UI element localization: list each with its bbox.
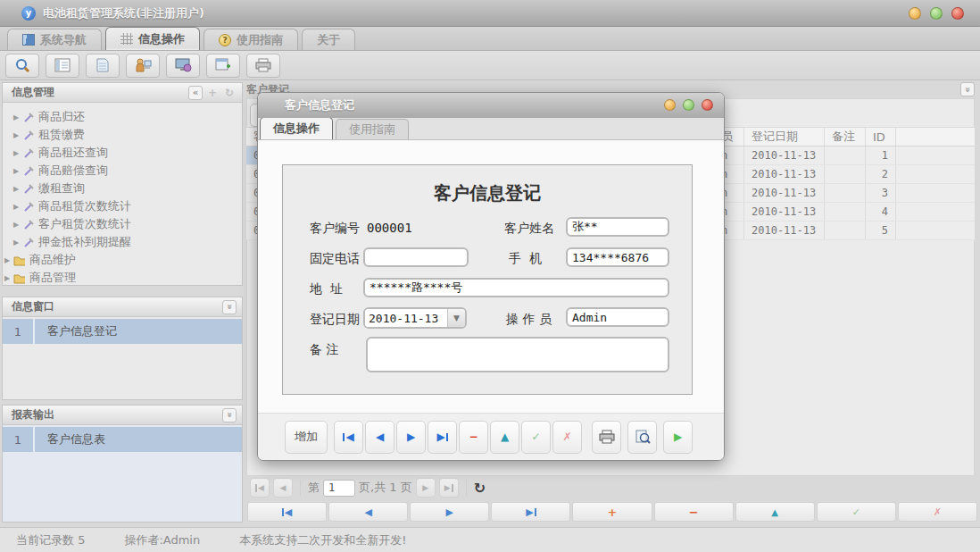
cancel-record-button[interactable]: ✗: [552, 421, 582, 454]
grid-header-memo[interactable]: 备注: [825, 128, 866, 146]
expand-arrow-icon[interactable]: ▶: [13, 203, 22, 211]
tree-item-label: 商品租还查询: [38, 145, 108, 161]
edit-record-button[interactable]: ▲: [490, 421, 519, 454]
add-button[interactable]: 增加: [285, 421, 328, 454]
window-add-button[interactable]: [206, 54, 240, 78]
prev-record-button[interactable]: ◀: [365, 421, 394, 454]
nav-first-button[interactable]: ◀: [247, 502, 327, 522]
delete-record-button[interactable]: −: [459, 421, 488, 454]
expand-arrow-icon[interactable]: ▶: [13, 149, 22, 157]
page-next-button[interactable]: ▶: [416, 478, 436, 498]
grid-header-id[interactable]: ID: [866, 128, 896, 146]
tree-item-customer-rent-stats[interactable]: ▶客户租赁次数统计: [3, 215, 242, 233]
expand-arrow-icon[interactable]: ▶: [13, 131, 22, 139]
nav-next-button[interactable]: ▶: [410, 502, 489, 522]
tab-about[interactable]: 关于: [302, 29, 355, 50]
panel-title: 信息管理: [12, 85, 54, 100]
form-heading: 客户信息登记: [283, 181, 692, 205]
monitor-globe-icon: [174, 57, 192, 73]
record-add-button[interactable]: +: [572, 502, 652, 522]
tree-item-rent-return-query[interactable]: ▶商品租还查询: [3, 144, 242, 162]
execute-button[interactable]: ▶: [663, 421, 693, 454]
document-button[interactable]: [86, 54, 120, 78]
collapse-left-icon[interactable]: «: [188, 86, 203, 100]
close-button[interactable]: [951, 7, 964, 20]
nav-prev-button[interactable]: ◀: [328, 502, 408, 522]
tab-label: 信息操作: [273, 121, 320, 137]
post-record-button[interactable]: ✓: [521, 421, 551, 454]
expand-arrow-icon[interactable]: ▶: [4, 256, 13, 264]
expand-arrow-icon[interactable]: ▶: [13, 221, 22, 229]
tree-item-rent-pay[interactable]: ▶租赁缴费: [3, 126, 242, 144]
last-record-button[interactable]: ▶: [428, 421, 457, 454]
tree-item-goods-rent-stats[interactable]: ▶商品租赁次数统计: [3, 197, 242, 215]
customer-name-input[interactable]: [566, 217, 669, 237]
customer-name-label: 客户姓名: [504, 221, 554, 237]
operator-input[interactable]: [566, 307, 669, 327]
collapse-up-icon[interactable]: »: [222, 408, 237, 422]
minimize-button[interactable]: [909, 7, 921, 20]
address-input[interactable]: [363, 278, 669, 297]
tree-folder-goods-manage[interactable]: ▶商品管理: [3, 269, 242, 287]
tab-system-nav[interactable]: 系统导航: [7, 29, 102, 50]
user-report-button[interactable]: [126, 54, 160, 78]
expand-arrow-icon[interactable]: ▶: [13, 113, 22, 121]
record-cancel-button[interactable]: ✗: [898, 502, 977, 522]
cell-date: 2010-11-13: [744, 146, 825, 164]
nav-last-button[interactable]: ▶: [491, 502, 570, 522]
refresh-icon[interactable]: ↻: [474, 480, 486, 497]
memo-textarea[interactable]: [366, 337, 669, 372]
grid-header-date[interactable]: 登记日期: [744, 128, 825, 146]
add-icon[interactable]: +: [205, 86, 220, 100]
print-preview-icon: [634, 429, 652, 445]
page-last-button[interactable]: ▶: [439, 478, 459, 498]
expand-arrow-icon[interactable]: ▶: [13, 238, 22, 247]
tree-folder-goods-maintain[interactable]: ▶商品维护: [3, 251, 242, 269]
page-prev-button[interactable]: ◀: [273, 478, 293, 498]
dialog-tab-info-operate[interactable]: 信息操作: [260, 117, 333, 139]
record-delete-button[interactable]: −: [654, 502, 734, 522]
expand-arrow-icon[interactable]: ▶: [13, 167, 22, 175]
collapse-up-icon[interactable]: »: [960, 82, 975, 96]
page-first-button[interactable]: ◀: [250, 478, 270, 498]
monitor-button[interactable]: [166, 54, 200, 78]
expand-arrow-icon[interactable]: ▶: [4, 274, 13, 282]
tab-user-guide[interactable]: ? 使用指南: [203, 29, 298, 50]
expand-arrow-icon[interactable]: ▶: [13, 185, 22, 193]
report-output-panel: 报表输出 » 1 客户信息表: [2, 405, 243, 523]
record-confirm-button[interactable]: ✓: [817, 502, 896, 522]
reg-date-input[interactable]: [365, 309, 447, 327]
tool-icon: [22, 219, 34, 230]
info-window-header: 信息窗口 »: [3, 297, 242, 317]
list-view-button[interactable]: [46, 54, 79, 78]
dialog-maximize-button[interactable]: [683, 99, 694, 111]
reg-date-combo[interactable]: ▼: [363, 307, 467, 329]
maximize-button[interactable]: [930, 7, 943, 20]
print-button[interactable]: [592, 421, 621, 454]
tab-info-operate[interactable]: 信息操作: [105, 27, 200, 50]
print-preview-button[interactable]: [627, 421, 657, 454]
list-item[interactable]: 1 客户信息登记: [3, 319, 242, 344]
tree-item-payment-query[interactable]: ▶缴租查询: [3, 180, 242, 197]
tab-label: 使用指南: [349, 121, 395, 138]
cell-id: 1: [866, 146, 896, 164]
collapse-up-icon[interactable]: »: [222, 300, 237, 314]
chevron-down-icon[interactable]: ▼: [447, 309, 465, 327]
tree-item-goods-return[interactable]: ▶商品归还: [3, 108, 242, 126]
page-number-input[interactable]: [323, 480, 355, 497]
search-button[interactable]: [5, 54, 39, 78]
tree-item-compensation-query[interactable]: ▶商品赔偿查询: [3, 162, 242, 180]
next-record-button[interactable]: ▶: [396, 421, 426, 454]
mobile-input[interactable]: [566, 247, 669, 267]
refresh-icon[interactable]: ↻: [222, 86, 237, 100]
record-edit-button[interactable]: ▲: [735, 502, 815, 522]
dialog-minimize-button[interactable]: [664, 99, 676, 111]
landline-input[interactable]: [363, 247, 469, 267]
list-item[interactable]: 1 客户信息表: [3, 427, 242, 452]
dialog-close-button[interactable]: [702, 99, 713, 111]
tree-item-label: 商品租赁次数统计: [38, 198, 131, 214]
printer-button[interactable]: [246, 54, 280, 78]
dialog-tab-user-guide[interactable]: 使用指南: [336, 119, 409, 139]
tree-item-deposit-reminder[interactable]: ▶押金抵补到期提醒: [3, 233, 242, 251]
first-record-button[interactable]: ◀: [334, 421, 363, 454]
